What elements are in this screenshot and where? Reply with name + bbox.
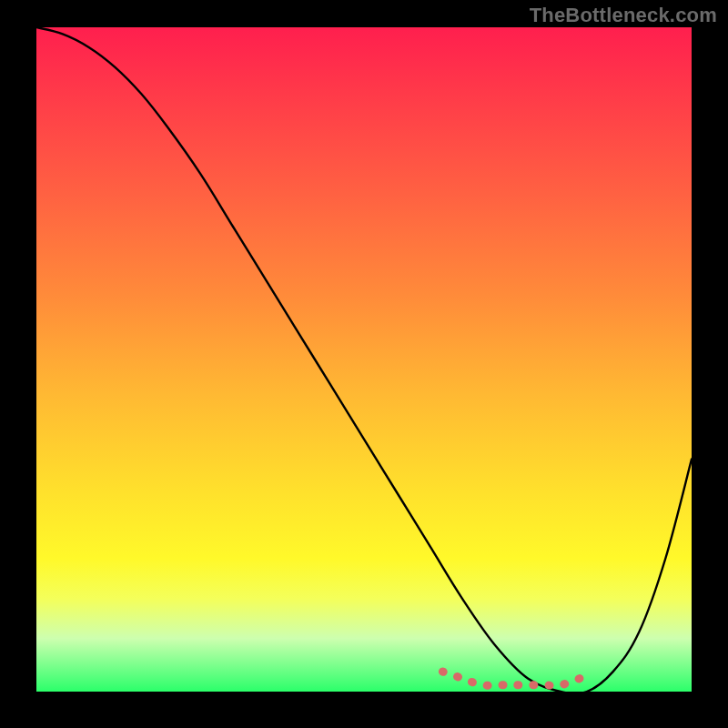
chart-frame: TheBottleneck.com [0, 0, 728, 728]
chart-svg [36, 27, 692, 692]
plot-area [36, 27, 692, 692]
watermark-text: TheBottleneck.com [530, 4, 717, 27]
optimal-range-dots [442, 672, 580, 685]
bottleneck-curve-line [36, 27, 692, 692]
